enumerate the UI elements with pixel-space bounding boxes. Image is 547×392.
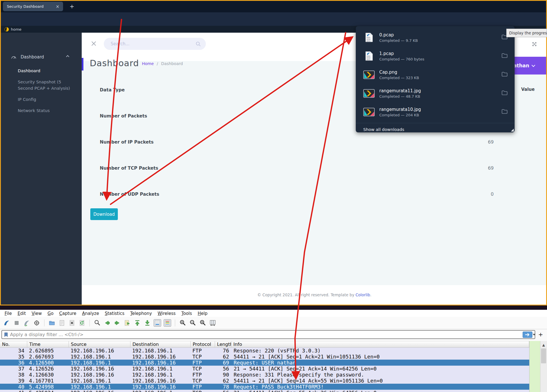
- packet-source: 192.168.196.16: [69, 372, 130, 378]
- column-header[interactable]: Protocol: [191, 341, 215, 347]
- colorize-toggle[interactable]: [164, 319, 171, 327]
- sidebar-item[interactable]: Security Snapshot (5 Second PCAP + Analy…: [18, 79, 77, 91]
- sidebar-group-dashboard[interactable]: Dashboard: [11, 54, 77, 60]
- packet-row[interactable]: 37 4.126526 192.168.196.16 192.168.196.1…: [0, 366, 529, 372]
- download-button[interactable]: Download: [90, 208, 118, 220]
- go-to-packet-icon[interactable]: [124, 319, 131, 327]
- packet-row[interactable]: 36 4.126500 192.168.196.1 192.168.196.16…: [0, 360, 529, 366]
- menu-item[interactable]: Analyze: [79, 311, 102, 316]
- display-filter-field[interactable]: [1, 330, 535, 339]
- menu-item[interactable]: Capture: [56, 311, 79, 316]
- breadcrumb-home-link[interactable]: Home: [142, 61, 154, 66]
- open-containing-folder-icon[interactable]: [501, 53, 508, 60]
- tab-close-icon[interactable]: ×: [55, 4, 60, 9]
- download-item[interactable]: 0101 0310 0311 rangemurata10.jpg: [356, 103, 515, 121]
- capture-options-icon[interactable]: [33, 319, 40, 327]
- gauge-icon: [11, 54, 17, 60]
- start-capture-icon[interactable]: [3, 319, 10, 327]
- scrollbar-thumb[interactable]: [541, 348, 546, 363]
- column-header[interactable]: Source: [69, 341, 130, 347]
- menu-item[interactable]: Wireless: [155, 311, 179, 316]
- sidebar-item[interactable]: IP Config: [18, 96, 77, 103]
- new-tab-button[interactable]: +: [68, 2, 76, 10]
- breadcrumb-separator: /: [157, 61, 158, 66]
- packet-time: 2.626895: [27, 348, 69, 354]
- download-item[interactable]: 0101 0310 0311 rangemurata11.jpg: [356, 84, 515, 103]
- packet-no: 34: [0, 348, 27, 354]
- packet-no: 39: [0, 378, 27, 384]
- title-accent-bar: [82, 58, 83, 70]
- packet-row[interactable]: 40 5.424998 192.168.196.1 192.168.196.16…: [0, 384, 529, 390]
- search-input[interactable]: [111, 41, 196, 46]
- expand-icon[interactable]: [531, 41, 538, 48]
- packet-row[interactable]: 39 4.167701 192.168.196.1 192.168.196.16…: [0, 378, 529, 384]
- column-header[interactable]: No.: [0, 341, 27, 347]
- stats-row: Number of UDP Packets 0: [100, 181, 494, 207]
- close-file-icon[interactable]: [68, 319, 76, 327]
- auto-scroll-toggle[interactable]: [154, 319, 161, 327]
- menu-item[interactable]: Edit: [15, 311, 29, 316]
- zoom-out-icon[interactable]: [189, 319, 196, 327]
- column-header[interactable]: Length: [215, 341, 231, 347]
- menu-item[interactable]: Go: [45, 311, 56, 316]
- show-all-downloads-link[interactable]: Show all downloads: [356, 123, 515, 136]
- packet-row[interactable]: 41 5.425034 192.168.196.16 192.168.196.1…: [0, 390, 529, 392]
- value-column-header: Value: [521, 87, 535, 92]
- search-icon[interactable]: [196, 41, 201, 46]
- display-filter-input[interactable]: [10, 332, 535, 337]
- search-bar[interactable]: [104, 38, 206, 50]
- footer-colorlib-link[interactable]: Colorlib: [355, 293, 370, 297]
- zoom-original-icon[interactable]: [199, 319, 206, 327]
- filter-dropdown-caret[interactable]: [533, 334, 536, 336]
- apply-filter-button[interactable]: [523, 332, 532, 338]
- stats-label: Data Type: [100, 87, 125, 93]
- save-file-icon[interactable]: [58, 319, 66, 327]
- sidebar-toggle-close-icon[interactable]: [91, 41, 96, 46]
- reload-file-icon[interactable]: [78, 319, 86, 327]
- packet-destination: 192.168.196.16: [130, 384, 191, 390]
- scrollbar-up-arrow[interactable]: ▲: [541, 343, 546, 347]
- find-packet-icon[interactable]: [93, 319, 101, 327]
- packet-length: 56: [215, 366, 231, 372]
- add-filter-button[interactable]: +: [537, 330, 544, 339]
- menu-item[interactable]: Tools: [179, 311, 195, 316]
- column-header[interactable]: Destination: [130, 341, 191, 347]
- stop-capture-icon[interactable]: [13, 319, 20, 327]
- image-file-icon: [363, 108, 375, 116]
- footer-suffix: .: [370, 293, 371, 297]
- go-forward-icon[interactable]: [114, 319, 121, 327]
- column-header[interactable]: Time: [27, 341, 69, 347]
- go-back-icon[interactable]: [103, 319, 111, 327]
- browser-tab[interactable]: Security Dashboard ×: [3, 2, 63, 11]
- popup-resize-grip[interactable]: [511, 129, 514, 132]
- sidebar-item[interactable]: Network Status: [18, 107, 77, 114]
- menu-item[interactable]: Telephony: [127, 311, 155, 316]
- download-item[interactable]: 0101 0310 0311 Cap.png Comp: [356, 65, 515, 84]
- packet-protocol: FTP: [191, 360, 215, 366]
- filter-bookmark-icon[interactable]: [4, 332, 8, 337]
- packet-row[interactable]: 35 2.667693 192.168.196.1 192.168.196.16…: [0, 354, 529, 360]
- wireshark-menu-bar: FileEditViewGoCaptureAnalyzeStatisticsTe…: [0, 310, 547, 317]
- column-header[interactable]: Info: [231, 341, 529, 347]
- download-item[interactable]: 0101 0310 0311 1.pcap Compl: [356, 47, 515, 65]
- packet-row[interactable]: 34 2.626895 192.168.196.16 192.168.196.1…: [0, 348, 529, 354]
- packet-row[interactable]: 38 4.126630 192.168.196.16 192.168.196.1…: [0, 372, 529, 378]
- open-file-icon[interactable]: [48, 319, 56, 327]
- go-to-bottom-icon[interactable]: [144, 319, 151, 327]
- open-containing-folder-icon[interactable]: [501, 109, 508, 115]
- menu-item[interactable]: View: [29, 311, 45, 316]
- zoom-in-icon[interactable]: [179, 319, 186, 327]
- restart-capture-icon[interactable]: [23, 319, 30, 327]
- go-to-top-icon[interactable]: [134, 319, 141, 327]
- open-containing-folder-icon[interactable]: [501, 71, 508, 78]
- menu-item[interactable]: Statistics: [102, 311, 127, 316]
- menu-item[interactable]: File: [2, 311, 15, 316]
- packet-protocol: FTP: [191, 348, 215, 354]
- open-containing-folder-icon[interactable]: [501, 90, 508, 97]
- menu-item[interactable]: Help: [195, 311, 210, 316]
- resize-columns-icon[interactable]: [209, 319, 216, 327]
- packet-time: 5.425034: [27, 390, 69, 392]
- sidebar-item[interactable]: Dashboard: [18, 68, 77, 74]
- download-item[interactable]: 0101 0310 0311 0.pcap Compl: [356, 28, 515, 47]
- home-bookmark[interactable]: home: [11, 27, 22, 32]
